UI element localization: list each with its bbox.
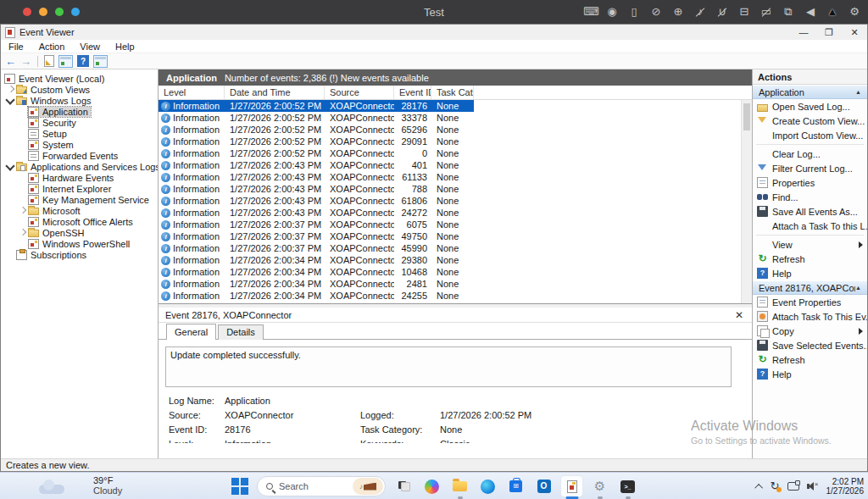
warning-icon[interactable]: ▲	[826, 5, 839, 19]
tab-details[interactable]: Details	[218, 324, 264, 340]
expand-arrow-icon[interactable]	[4, 84, 16, 95]
action-help[interactable]: ?Help	[753, 266, 867, 280]
collapse-section-icon[interactable]: ▲	[855, 89, 861, 95]
action-open-saved-log-[interactable]: Open Saved Log...	[753, 99, 867, 114]
table-row[interactable]: iInformation1/27/2026 2:00:37 PMXOAPConn…	[159, 219, 474, 230]
table-row[interactable]: iInformation1/27/2026 2:00:43 PMXOAPConn…	[159, 159, 474, 171]
network-display-icon[interactable]	[787, 482, 799, 491]
table-row[interactable]: iInformation1/27/2026 2:00:37 PMXOAPConn…	[159, 230, 474, 242]
action-filter-current-log-[interactable]: Filter Current Log...	[753, 161, 867, 175]
tree-item-microsoft-office-alerts[interactable]: Microsoft Office Alerts	[1, 216, 158, 227]
tab-general[interactable]: General	[166, 324, 216, 340]
tree-item-system[interactable]: System	[1, 139, 158, 150]
tray-chevron-icon[interactable]	[754, 483, 763, 491]
action-save-selected-events-[interactable]: Save Selected Events...	[753, 338, 867, 352]
show-action-pane-icon[interactable]	[93, 55, 108, 68]
share-dot[interactable]	[71, 8, 80, 16]
audio-muted-icon[interactable]: ♪	[693, 5, 707, 19]
weather-widget[interactable]: 39°F Cloudy	[39, 475, 122, 496]
tree-item-application[interactable]: Application	[1, 106, 158, 117]
search-highlight-image[interactable]: ♪	[353, 478, 383, 495]
action-event-properties[interactable]: Event Properties	[753, 295, 867, 309]
close-button[interactable]: ✕	[842, 25, 867, 40]
table-row[interactable]: iInformation1/27/2026 2:00:37 PMXOAPConn…	[159, 242, 474, 254]
column-level[interactable]: Level	[159, 86, 225, 99]
screenshot-icon[interactable]: ◉	[605, 5, 619, 19]
table-row[interactable]: iInformation1/27/2026 2:00:34 PMXOAPConn…	[159, 278, 474, 290]
action-clear-log-[interactable]: Clear Log...	[753, 147, 867, 161]
table-row[interactable]: iInformation1/27/2026 2:00:34 PMXOAPConn…	[159, 266, 474, 278]
table-row[interactable]: iInformation1/27/2026 2:00:52 PMXOAPConn…	[159, 112, 474, 124]
microsoft-store-icon[interactable]: ⊞	[505, 476, 526, 496]
collapse-icon[interactable]: ◀	[804, 5, 817, 19]
preview-close-icon[interactable]: ✕	[733, 309, 745, 321]
tree-item-event-viewer-local-[interactable]: Event Viewer (Local)	[1, 73, 158, 84]
menu-file[interactable]: File	[1, 40, 31, 53]
column-task-cat-[interactable]: Task Cat...	[431, 86, 474, 99]
menu-help[interactable]: Help	[108, 40, 142, 53]
shared-folder-icon[interactable]: ⧉	[782, 5, 795, 19]
windows-update-icon[interactable]: ↻	[771, 480, 780, 492]
action-save-all-events-as-[interactable]: Save All Events As...	[753, 204, 867, 219]
table-row[interactable]: iInformation1/27/2026 2:00:34 PMXOAPConn…	[159, 254, 474, 266]
collapse-arrow-icon[interactable]	[4, 161, 16, 172]
tree-item-key-management-service[interactable]: Key Management Service	[1, 194, 158, 205]
table-row[interactable]: iInformation1/27/2026 2:00:43 PMXOAPConn…	[159, 183, 474, 195]
tree-item-setup[interactable]: Setup	[1, 128, 158, 139]
table-row[interactable]: iInformation1/27/2026 2:00:52 PMXOAPConn…	[159, 136, 474, 147]
file-explorer-icon[interactable]	[449, 476, 470, 496]
gears-app-icon[interactable]: ⚙	[589, 476, 610, 496]
tree-item-applications-and-services-logs[interactable]: Applications and Services Logs	[1, 161, 158, 172]
action-find-[interactable]: Find...	[753, 190, 867, 204]
tree-item-windows-powershell[interactable]: Windows PowerShell	[1, 238, 158, 249]
event-message[interactable]: Update completed successfully.	[165, 347, 732, 387]
column-event-id[interactable]: Event ID	[394, 86, 431, 99]
tree-item-windows-logs[interactable]: Windows Logs	[1, 95, 158, 106]
tree-item-forwarded-events[interactable]: Forwarded Events	[1, 150, 158, 161]
tree-item-internet-explorer[interactable]: Internet Explorer	[1, 183, 158, 194]
action-refresh[interactable]: ↻Refresh	[753, 352, 867, 367]
settings-gear-icon[interactable]: ⚙	[848, 5, 861, 19]
mic-muted-icon[interactable]: ∪	[715, 5, 729, 19]
window-titlebar[interactable]: Event Viewer — ❐ ✕	[1, 25, 867, 40]
export-list-icon[interactable]	[44, 55, 54, 67]
table-row[interactable]: iInformation1/27/2026 2:00:34 PMXOAPConn…	[159, 290, 474, 302]
event-viewer-taskbar-icon[interactable]	[561, 476, 582, 496]
traffic-lights[interactable]	[23, 8, 80, 16]
action-import-custom-view-[interactable]: Import Custom View...	[753, 128, 867, 142]
zoom-dot[interactable]	[55, 8, 64, 16]
search-box[interactable]: Search ♪	[257, 476, 386, 496]
action-create-custom-view-[interactable]: Create Custom View...	[753, 114, 867, 128]
tree-item-microsoft[interactable]: Microsoft	[1, 205, 158, 216]
action-properties[interactable]: Properties	[753, 175, 867, 190]
terminal-icon[interactable]: >_	[617, 476, 638, 496]
expand-arrow-icon[interactable]	[16, 227, 28, 238]
tree-item-custom-views[interactable]: Custom Views	[1, 84, 158, 95]
action-view[interactable]: View	[753, 237, 867, 252]
vertical-scrollbar[interactable]	[741, 100, 752, 303]
usb-icon[interactable]: ▯	[627, 5, 641, 19]
actions-section-event-28176-xoapconnect-[interactable]: Event 28176, XOAPConnect...▲	[753, 280, 867, 295]
action-help[interactable]: ?Help	[753, 367, 867, 381]
keyboard-icon[interactable]: ⌨	[583, 5, 597, 19]
copilot-icon[interactable]	[421, 476, 442, 496]
tree-item-subscriptions[interactable]: Subscriptions	[1, 249, 158, 260]
expand-arrow-icon[interactable]	[16, 205, 28, 216]
table-row[interactable]: iInformation1/27/2026 2:00:52 PMXOAPConn…	[159, 124, 474, 136]
action-attach-a-task-to-this-l-[interactable]: Attach a Task To this L...	[753, 219, 867, 233]
column-date-and-time[interactable]: Date and Time	[225, 86, 325, 99]
volume-muted-icon[interactable]: ×	[807, 482, 819, 491]
minimize-dot[interactable]	[39, 8, 47, 16]
forward-icon[interactable]: →	[20, 55, 31, 68]
drive-icon[interactable]: ⊟	[737, 5, 751, 19]
column-source[interactable]: Source	[325, 86, 394, 99]
cd-disabled-icon[interactable]: ⊘	[649, 5, 663, 19]
camera-muted-icon[interactable]: ▭	[760, 5, 773, 19]
start-button[interactable]	[231, 477, 249, 496]
menu-view[interactable]: View	[72, 40, 108, 53]
collapse-section-icon[interactable]: ▲	[855, 285, 861, 291]
table-row[interactable]: iInformation1/27/2026 2:00:43 PMXOAPConn…	[159, 171, 474, 183]
restore-button[interactable]: ❐	[816, 25, 842, 40]
action-refresh[interactable]: ↻Refresh	[753, 252, 867, 266]
menu-action[interactable]: Action	[31, 40, 73, 53]
